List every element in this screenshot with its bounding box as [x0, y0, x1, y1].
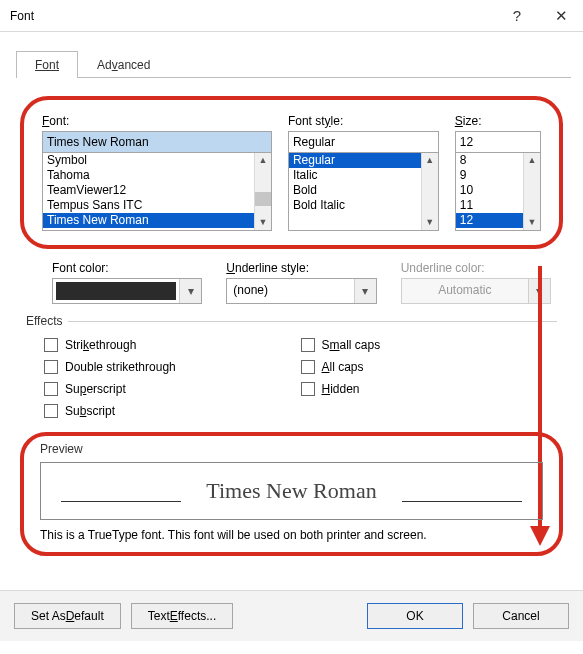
size-input[interactable]: [455, 131, 541, 153]
size-listbox[interactable]: 89101112 ▲ ▼: [455, 153, 541, 231]
underlinecolor-label: Underline color:: [401, 261, 551, 275]
annotation-box-bottom: Preview Times New Roman This is a TrueTy…: [20, 432, 563, 556]
chevron-down-icon: ▾: [528, 279, 550, 303]
chevron-down-icon[interactable]: ▾: [354, 279, 376, 303]
list-item[interactable]: TeamViewer12: [43, 183, 254, 198]
fontcolor-combo[interactable]: ▾: [52, 278, 202, 304]
scroll-down-icon[interactable]: ▼: [528, 215, 537, 230]
fontcolor-label: Font color:: [52, 261, 202, 275]
font-label: Font:: [42, 114, 272, 128]
underline-combo[interactable]: (none) ▾: [226, 278, 376, 304]
tab-font-label: Font: [35, 58, 59, 72]
font-input[interactable]: [42, 131, 272, 153]
cancel-button[interactable]: Cancel: [473, 603, 569, 629]
underline-value: (none): [227, 279, 353, 303]
tab-advanced[interactable]: Advanced: [78, 51, 169, 78]
list-item[interactable]: 11: [456, 198, 523, 213]
font-scrollbar[interactable]: ▲ ▼: [254, 153, 271, 230]
scroll-up-icon[interactable]: ▲: [425, 153, 434, 168]
dialog-body: Font Advanced Font: SymbolTahomaTeamView…: [0, 32, 583, 570]
underlinecolor-combo: Automatic ▾: [401, 278, 551, 304]
titlebar: Font ? ✕: [0, 0, 583, 32]
list-item[interactable]: Tahoma: [43, 168, 254, 183]
check-superscript[interactable]: Superscript: [44, 382, 301, 396]
list-item[interactable]: Bold Italic: [289, 198, 421, 213]
check-allcaps[interactable]: All caps: [301, 360, 558, 374]
style-label: Font style:: [288, 114, 439, 128]
preview-sample: Times New Roman: [206, 478, 376, 504]
list-item[interactable]: 9: [456, 168, 523, 183]
set-default-button[interactable]: Set As Default: [14, 603, 121, 629]
annotation-box-top: Font: SymbolTahomaTeamViewer12Tempus San…: [20, 96, 563, 249]
font-listbox[interactable]: SymbolTahomaTeamViewer12Tempus Sans ITCT…: [42, 153, 272, 231]
style-listbox[interactable]: RegularItalicBoldBold Italic ▲ ▼: [288, 153, 439, 231]
list-item[interactable]: 10: [456, 183, 523, 198]
check-subscript[interactable]: Subscript: [44, 404, 301, 418]
size-label: Size:: [455, 114, 541, 128]
dialog-title: Font: [10, 9, 495, 23]
tab-font[interactable]: Font: [16, 51, 78, 78]
text-effects-button[interactable]: Text Effects...: [131, 603, 234, 629]
ok-button[interactable]: OK: [367, 603, 463, 629]
style-scrollbar[interactable]: ▲ ▼: [421, 153, 438, 230]
tab-advanced-label: Advanced: [97, 58, 150, 72]
list-item[interactable]: Symbol: [43, 153, 254, 168]
size-scrollbar[interactable]: ▲ ▼: [523, 153, 540, 230]
check-strikethrough[interactable]: Strikethrough: [44, 338, 301, 352]
chevron-down-icon[interactable]: ▾: [179, 279, 201, 303]
underline-label: Underline style:: [226, 261, 376, 275]
scroll-down-icon[interactable]: ▼: [258, 215, 267, 230]
list-item[interactable]: Times New Roman: [43, 213, 254, 228]
preview-heading: Preview: [40, 442, 543, 456]
list-item[interactable]: 8: [456, 153, 523, 168]
scroll-down-icon[interactable]: ▼: [425, 215, 434, 230]
tab-strip: Font Advanced: [16, 50, 571, 78]
preview-description: This is a TrueType font. This font will …: [40, 528, 543, 542]
help-button[interactable]: ?: [495, 0, 539, 32]
list-item[interactable]: Tempus Sans ITC: [43, 198, 254, 213]
fontcolor-swatch: [56, 282, 176, 300]
scroll-up-icon[interactable]: ▲: [258, 153, 267, 168]
list-item[interactable]: Bold: [289, 183, 421, 198]
list-item[interactable]: Regular: [289, 153, 421, 168]
check-hidden[interactable]: Hidden: [301, 382, 558, 396]
effects-heading: Effects: [26, 314, 62, 328]
list-item[interactable]: 12: [456, 213, 523, 228]
check-double-strikethrough[interactable]: Double strikethrough: [44, 360, 301, 374]
style-input[interactable]: [288, 131, 439, 153]
close-button[interactable]: ✕: [539, 0, 583, 32]
preview-box: Times New Roman: [40, 462, 543, 520]
button-bar: Set As Default Text Effects... OK Cancel: [0, 590, 583, 641]
check-smallcaps[interactable]: Small caps: [301, 338, 558, 352]
underlinecolor-value: Automatic: [402, 279, 528, 303]
list-item[interactable]: Italic: [289, 168, 421, 183]
scroll-up-icon[interactable]: ▲: [528, 153, 537, 168]
